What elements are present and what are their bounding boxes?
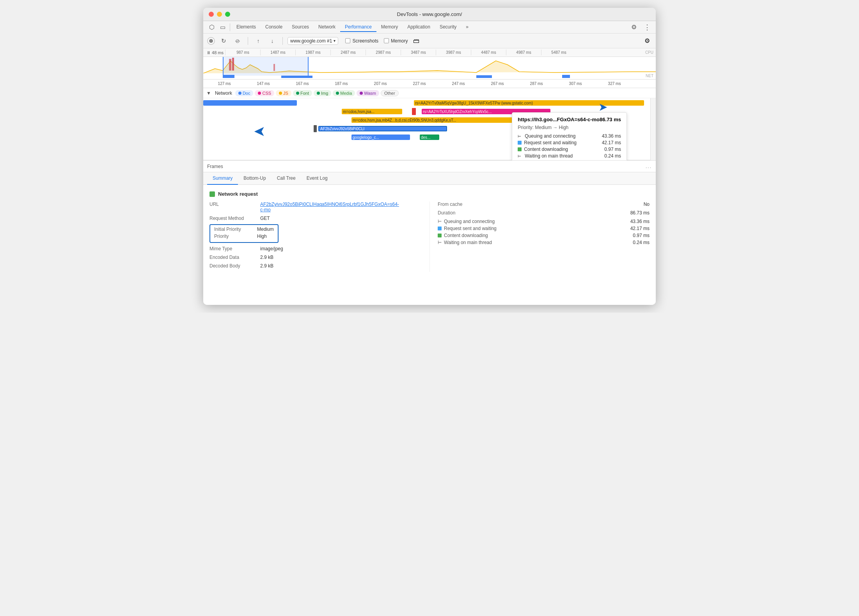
- minimize-button[interactable]: [217, 12, 222, 17]
- encoded-row: Encoded Data 2.9 kB: [209, 255, 422, 260]
- btab-eventlog[interactable]: Event Log: [301, 172, 333, 185]
- waiting-icon-r: ⊢: [438, 240, 442, 245]
- reload-icon[interactable]: ↻: [218, 35, 229, 46]
- content-val: 0.97 ms: [604, 147, 621, 152]
- priority-group-row: Initial Priority Medium Priority High: [209, 224, 422, 243]
- tab-sources[interactable]: Sources: [287, 23, 314, 32]
- controls-bar: ↻ ⊘ ↑ ↓ www.google.com #1 ▾ Screenshots …: [203, 34, 656, 48]
- content-label: Content downloading: [524, 147, 568, 152]
- btab-calltree[interactable]: Call Tree: [272, 172, 301, 185]
- request-val: 42.17 ms: [602, 140, 621, 145]
- perf-settings-icon[interactable]: ⚙: [642, 36, 652, 46]
- settings-icon[interactable]: ⚙: [628, 22, 639, 33]
- mime-value: image/jpeg: [260, 246, 283, 251]
- close-button[interactable]: [209, 12, 214, 17]
- net-bar-1a[interactable]: m=cdos,hsm,jsa...: [342, 109, 402, 114]
- net-bar-0-extra[interactable]: rs=AA2YrTv0taM5qVgw38gU_15kX9WFXe5TPw (w…: [414, 100, 644, 106]
- tab-application[interactable]: Application: [403, 23, 435, 32]
- timeline-tracks[interactable]: NET: [203, 57, 656, 80]
- screenshots-checkbox[interactable]: Screenshots: [345, 38, 378, 44]
- maximize-button[interactable]: [225, 12, 230, 17]
- tab-console[interactable]: Console: [261, 23, 287, 32]
- method-key: Request Method: [209, 216, 260, 221]
- tr2-8: 287 ms: [517, 81, 556, 86]
- pill-js-label: JS: [283, 91, 288, 96]
- frames-dots: ...: [646, 164, 652, 169]
- net-bar-0[interactable]: [203, 100, 297, 106]
- more-icon[interactable]: ⋮: [642, 22, 653, 33]
- mime-row: Mime Type image/jpeg: [209, 246, 422, 251]
- mobile-icon[interactable]: ▭: [217, 22, 228, 33]
- priority-val: High: [257, 234, 267, 239]
- url-value: www.google.com #1: [290, 38, 332, 44]
- encoded-key: Encoded Data: [209, 255, 260, 260]
- tab-security[interactable]: Security: [435, 23, 461, 32]
- filter-pills: Doc CSS JS Font Img Media Wasm Other: [235, 90, 399, 96]
- ruler-tick-3: 1987 ms: [295, 50, 330, 55]
- traffic-lights: [209, 12, 230, 17]
- tooltip-row-2: Content downloading 0.97 ms: [518, 147, 621, 152]
- tab-performance[interactable]: Performance: [340, 23, 376, 32]
- timing-val-0: 43.36 ms: [622, 219, 650, 224]
- net-bar-4b[interactable]: des...: [420, 135, 439, 140]
- svg-rect-3: [223, 75, 234, 78]
- btab-bottomup[interactable]: Bottom-Up: [238, 172, 271, 185]
- pill-wasm[interactable]: Wasm: [357, 90, 379, 96]
- pill-media-label: Media: [340, 91, 352, 96]
- tr2-3: 187 ms: [322, 81, 361, 86]
- cursor-icon[interactable]: ⬡: [206, 22, 217, 33]
- queuing-icon-r: ⊢: [438, 219, 442, 224]
- net-bar-4a[interactable]: googlelogo_c...: [351, 135, 410, 140]
- summary-content: Network request URL AF2bZyivvJ92o5BiPi0C…: [203, 185, 656, 278]
- download-icon[interactable]: ↓: [267, 35, 278, 46]
- cpu-label: CPU: [645, 50, 656, 55]
- screenshots-checkbox-box[interactable]: [345, 38, 350, 43]
- pill-css[interactable]: CSS: [255, 90, 274, 96]
- ruler-tick-10: 5487 ms: [541, 50, 576, 55]
- decoded-key: Decoded Body: [209, 263, 260, 269]
- net-bar-3-selected[interactable]: AF2bZyivvJ92o5BiPi0CLI: [318, 126, 447, 131]
- tab-network[interactable]: Network: [314, 23, 340, 32]
- record-button[interactable]: [207, 37, 215, 45]
- tooltip-title: https://lh3.goo...FGxOA=s64-c-mo 86.73 m…: [518, 117, 621, 122]
- tab-elements[interactable]: Elements: [232, 23, 261, 32]
- content-color-r: [438, 234, 442, 237]
- method-value: GET: [260, 216, 270, 221]
- pill-font-label: Font: [300, 91, 309, 96]
- pill-media[interactable]: Media: [333, 90, 355, 96]
- tab-more[interactable]: »: [461, 23, 473, 32]
- frames-bar: Frames ...: [203, 161, 656, 172]
- queuing-label: Queuing and connecting: [525, 133, 575, 139]
- url-select[interactable]: www.google.com #1 ▾: [288, 37, 338, 45]
- pill-img[interactable]: Img: [314, 90, 331, 96]
- network-filter-row: ▼ Network Doc CSS JS Font Img Media Wasm…: [203, 88, 656, 98]
- checkbox-group: Screenshots Memory 🗃: [345, 37, 419, 44]
- vertical-scrollbar[interactable]: [650, 98, 656, 161]
- memory-checkbox[interactable]: Memory: [384, 38, 408, 44]
- pill-other[interactable]: Other: [381, 90, 399, 96]
- svg-rect-6: [562, 75, 570, 78]
- ruler-tick-1: 987 ms: [225, 50, 260, 55]
- pill-js[interactable]: JS: [276, 90, 291, 96]
- upload-icon[interactable]: ↑: [253, 35, 264, 46]
- timeline-selection[interactable]: [223, 57, 309, 76]
- clear-icon[interactable]: ⊘: [232, 35, 243, 46]
- timing-row-2: Content downloading 0.97 ms: [438, 233, 650, 238]
- tooltip-box: https://lh3.goo...FGxOA=s64-c-mo 86.73 m…: [512, 112, 627, 161]
- pill-font[interactable]: Font: [293, 90, 312, 96]
- pill-doc[interactable]: Doc: [235, 90, 254, 96]
- btab-summary[interactable]: Summary: [207, 172, 238, 185]
- tr2-9: 307 ms: [556, 81, 595, 86]
- svg-rect-4: [281, 76, 312, 78]
- pause-icon: ⏸: [206, 50, 211, 55]
- tooltip-time: 86.73 ms: [600, 117, 621, 122]
- waiting-icon: ⊢: [518, 154, 522, 158]
- url-value[interactable]: AF2bZyivvJ92o5BiPi0CLIHaqa5IHNOi6SrpLrbf…: [260, 202, 399, 212]
- memory-icon[interactable]: 🗃: [413, 37, 419, 44]
- js-dot: [279, 92, 282, 95]
- first-tick: 48 ms: [212, 50, 224, 55]
- priority-key: Priority: [214, 234, 257, 239]
- memory-checkbox-box[interactable]: [384, 38, 389, 43]
- ruler-tick-7: 3987 ms: [436, 50, 471, 55]
- tab-memory[interactable]: Memory: [376, 23, 403, 32]
